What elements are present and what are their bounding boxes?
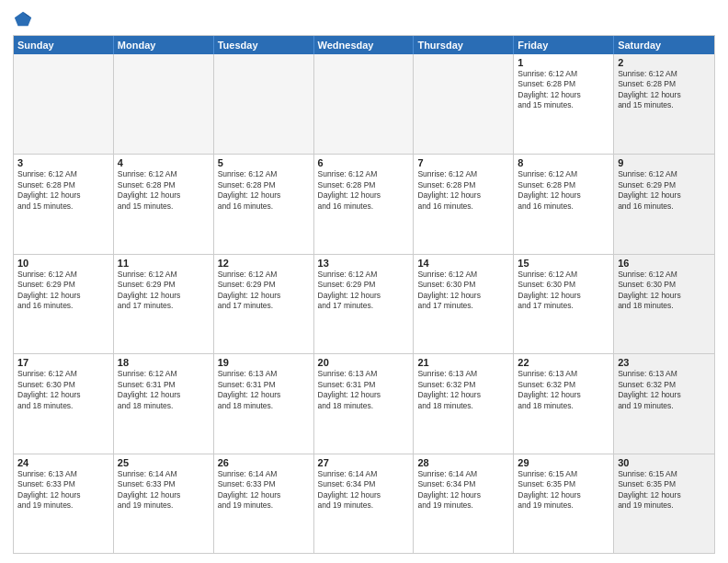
day-info: Sunrise: 6:12 AM Sunset: 6:30 PM Dayligh… (618, 270, 711, 312)
cal-week-3: 10Sunrise: 6:12 AM Sunset: 6:29 PM Dayli… (14, 254, 714, 353)
day-number: 4 (118, 157, 210, 168)
day-info: Sunrise: 6:14 AM Sunset: 6:34 PM Dayligh… (318, 469, 410, 511)
day-number: 21 (417, 357, 509, 368)
day-number: 10 (17, 258, 109, 269)
day-number: 26 (218, 457, 310, 468)
cal-day-15: 15Sunrise: 6:12 AM Sunset: 6:30 PM Dayli… (514, 255, 614, 353)
day-info: Sunrise: 6:12 AM Sunset: 6:29 PM Dayligh… (118, 270, 210, 312)
logo (13, 9, 37, 29)
day-number: 14 (417, 258, 509, 269)
day-info: Sunrise: 6:12 AM Sunset: 6:28 PM Dayligh… (518, 169, 609, 212)
day-info: Sunrise: 6:12 AM Sunset: 6:28 PM Dayligh… (118, 169, 210, 212)
cal-day-17: 17Sunrise: 6:12 AM Sunset: 6:30 PM Dayli… (14, 354, 114, 453)
day-info: Sunrise: 6:13 AM Sunset: 6:32 PM Dayligh… (518, 369, 609, 411)
cal-day-11: 11Sunrise: 6:12 AM Sunset: 6:29 PM Dayli… (114, 255, 214, 353)
day-info: Sunrise: 6:12 AM Sunset: 6:31 PM Dayligh… (118, 369, 210, 411)
cal-day-24: 24Sunrise: 6:13 AM Sunset: 6:33 PM Dayli… (14, 454, 114, 553)
day-number: 23 (618, 357, 711, 368)
cal-header-sunday: Sunday (14, 36, 114, 54)
cal-day-25: 25Sunrise: 6:14 AM Sunset: 6:33 PM Dayli… (114, 454, 214, 553)
day-info: Sunrise: 6:12 AM Sunset: 6:28 PM Dayligh… (318, 169, 410, 212)
day-info: Sunrise: 6:13 AM Sunset: 6:33 PM Dayligh… (17, 469, 109, 511)
cal-day-empty (414, 54, 514, 154)
day-number: 28 (417, 457, 509, 468)
cal-day-2: 2Sunrise: 6:12 AM Sunset: 6:28 PM Daylig… (614, 54, 714, 154)
day-info: Sunrise: 6:13 AM Sunset: 6:32 PM Dayligh… (618, 369, 711, 411)
day-info: Sunrise: 6:12 AM Sunset: 6:29 PM Dayligh… (318, 270, 410, 312)
cal-week-1: 1Sunrise: 6:12 AM Sunset: 6:28 PM Daylig… (14, 54, 714, 154)
cal-day-14: 14Sunrise: 6:12 AM Sunset: 6:30 PM Dayli… (414, 255, 514, 353)
cal-day-4: 4Sunrise: 6:12 AM Sunset: 6:28 PM Daylig… (114, 155, 214, 253)
cal-day-8: 8Sunrise: 6:12 AM Sunset: 6:28 PM Daylig… (514, 155, 614, 253)
calendar-header: SundayMondayTuesdayWednesdayThursdayFrid… (14, 36, 714, 54)
day-info: Sunrise: 6:15 AM Sunset: 6:35 PM Dayligh… (618, 469, 711, 511)
cal-day-18: 18Sunrise: 6:12 AM Sunset: 6:31 PM Dayli… (114, 354, 214, 453)
day-number: 19 (218, 357, 310, 368)
cal-day-empty (14, 54, 114, 154)
day-number: 6 (318, 157, 410, 168)
cal-day-22: 22Sunrise: 6:13 AM Sunset: 6:32 PM Dayli… (514, 354, 614, 453)
cal-day-7: 7Sunrise: 6:12 AM Sunset: 6:28 PM Daylig… (414, 155, 514, 253)
day-number: 29 (518, 457, 609, 468)
day-info: Sunrise: 6:12 AM Sunset: 6:28 PM Dayligh… (518, 69, 609, 111)
day-number: 11 (118, 258, 210, 269)
day-number: 30 (618, 457, 711, 468)
day-number: 12 (218, 258, 310, 269)
cal-day-6: 6Sunrise: 6:12 AM Sunset: 6:28 PM Daylig… (314, 155, 415, 253)
day-info: Sunrise: 6:14 AM Sunset: 6:33 PM Dayligh… (118, 469, 210, 511)
day-number: 1 (518, 57, 609, 68)
cal-day-5: 5Sunrise: 6:12 AM Sunset: 6:28 PM Daylig… (214, 155, 314, 253)
day-info: Sunrise: 6:13 AM Sunset: 6:31 PM Dayligh… (318, 369, 410, 411)
day-number: 5 (218, 157, 310, 168)
day-info: Sunrise: 6:14 AM Sunset: 6:34 PM Dayligh… (417, 469, 509, 511)
day-number: 20 (318, 357, 410, 368)
cal-day-19: 19Sunrise: 6:13 AM Sunset: 6:31 PM Dayli… (214, 354, 314, 453)
logo-icon (13, 9, 33, 29)
cal-day-27: 27Sunrise: 6:14 AM Sunset: 6:34 PM Dayli… (314, 454, 415, 553)
cal-day-empty (214, 54, 314, 154)
cal-header-thursday: Thursday (414, 36, 514, 54)
day-number: 18 (118, 357, 210, 368)
cal-day-23: 23Sunrise: 6:13 AM Sunset: 6:32 PM Dayli… (614, 354, 714, 453)
day-number: 25 (118, 457, 210, 468)
cal-day-30: 30Sunrise: 6:15 AM Sunset: 6:35 PM Dayli… (614, 454, 714, 553)
day-info: Sunrise: 6:12 AM Sunset: 6:28 PM Dayligh… (618, 69, 711, 111)
day-info: Sunrise: 6:12 AM Sunset: 6:30 PM Dayligh… (518, 270, 609, 312)
day-info: Sunrise: 6:14 AM Sunset: 6:33 PM Dayligh… (218, 469, 310, 511)
cal-day-12: 12Sunrise: 6:12 AM Sunset: 6:29 PM Dayli… (214, 255, 314, 353)
day-info: Sunrise: 6:13 AM Sunset: 6:31 PM Dayligh… (218, 369, 310, 411)
day-number: 2 (618, 57, 711, 68)
day-info: Sunrise: 6:12 AM Sunset: 6:28 PM Dayligh… (17, 169, 109, 212)
day-number: 16 (618, 258, 711, 269)
cal-header-monday: Monday (114, 36, 214, 54)
day-number: 17 (17, 357, 109, 368)
day-number: 24 (17, 457, 109, 468)
day-info: Sunrise: 6:12 AM Sunset: 6:29 PM Dayligh… (618, 169, 711, 212)
cal-day-1: 1Sunrise: 6:12 AM Sunset: 6:28 PM Daylig… (514, 54, 614, 154)
day-number: 8 (518, 157, 609, 168)
day-info: Sunrise: 6:12 AM Sunset: 6:29 PM Dayligh… (218, 270, 310, 312)
cal-week-5: 24Sunrise: 6:13 AM Sunset: 6:33 PM Dayli… (14, 454, 714, 553)
cal-day-13: 13Sunrise: 6:12 AM Sunset: 6:29 PM Dayli… (314, 255, 415, 353)
day-info: Sunrise: 6:13 AM Sunset: 6:32 PM Dayligh… (417, 369, 509, 411)
day-info: Sunrise: 6:12 AM Sunset: 6:30 PM Dayligh… (17, 369, 109, 411)
cal-day-9: 9Sunrise: 6:12 AM Sunset: 6:29 PM Daylig… (614, 155, 714, 253)
day-number: 27 (318, 457, 410, 468)
cal-day-10: 10Sunrise: 6:12 AM Sunset: 6:29 PM Dayli… (14, 255, 114, 353)
cal-week-2: 3Sunrise: 6:12 AM Sunset: 6:28 PM Daylig… (14, 154, 714, 253)
day-info: Sunrise: 6:15 AM Sunset: 6:35 PM Dayligh… (518, 469, 609, 511)
calendar-body: 1Sunrise: 6:12 AM Sunset: 6:28 PM Daylig… (14, 54, 714, 553)
svg-marker-0 (15, 12, 31, 27)
page: SundayMondayTuesdayWednesdayThursdayFrid… (0, 0, 728, 563)
day-number: 7 (417, 157, 509, 168)
cal-day-20: 20Sunrise: 6:13 AM Sunset: 6:31 PM Dayli… (314, 354, 415, 453)
cal-day-16: 16Sunrise: 6:12 AM Sunset: 6:30 PM Dayli… (614, 255, 714, 353)
cal-day-29: 29Sunrise: 6:15 AM Sunset: 6:35 PM Dayli… (514, 454, 614, 553)
cal-day-empty (114, 54, 214, 154)
day-number: 22 (518, 357, 609, 368)
cal-header-wednesday: Wednesday (314, 36, 415, 54)
cal-day-26: 26Sunrise: 6:14 AM Sunset: 6:33 PM Dayli… (214, 454, 314, 553)
header (13, 9, 715, 29)
cal-header-saturday: Saturday (614, 36, 714, 54)
day-info: Sunrise: 6:12 AM Sunset: 6:29 PM Dayligh… (17, 270, 109, 312)
